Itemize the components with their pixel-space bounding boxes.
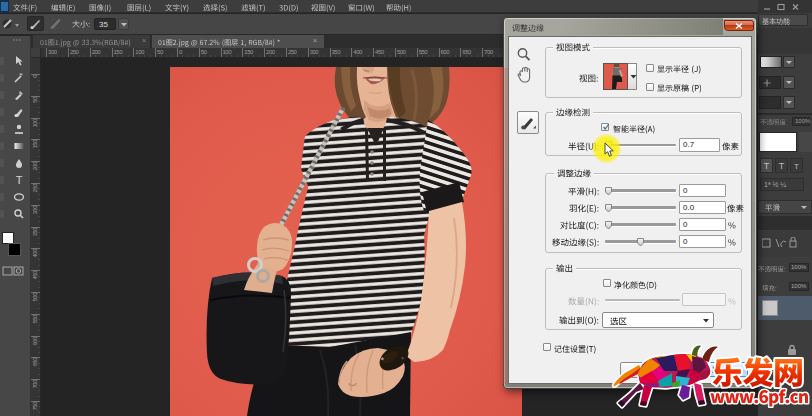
- svg-text:T: T: [16, 174, 23, 186]
